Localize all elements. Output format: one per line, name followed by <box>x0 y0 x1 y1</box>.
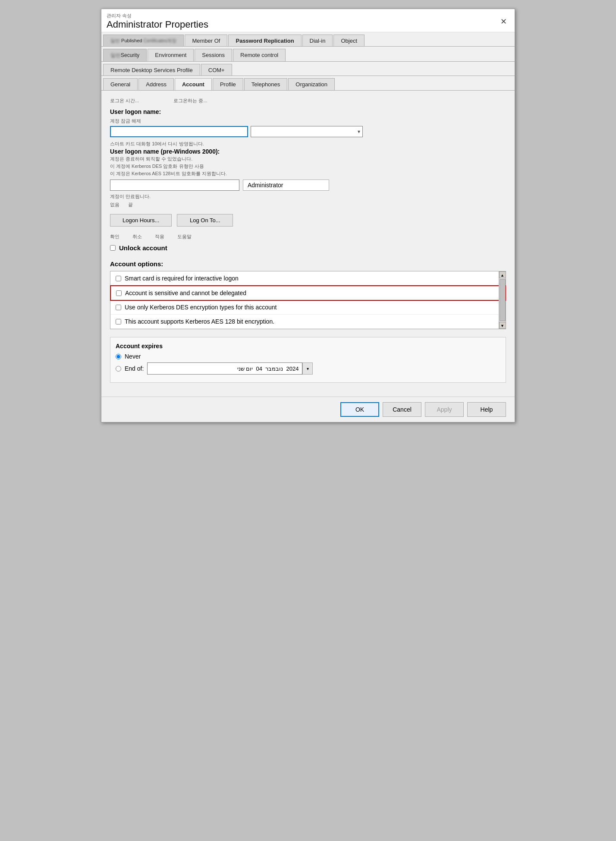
account-options-box: Smart card is required for interactive l… <box>110 271 506 329</box>
option-kerberos-des: Use only Kerberos DES encryption types f… <box>110 300 506 315</box>
domain-select[interactable] <box>251 126 363 137</box>
scroll-thumb[interactable] <box>500 279 506 321</box>
tab-row-rdp: Remote Desktop Services Profile COM+ <box>101 62 515 76</box>
option-kerberos-aes-label: This account supports Kerberos AES 128 b… <box>125 318 274 325</box>
date-input[interactable] <box>147 362 302 375</box>
administrator-properties-dialog: 관리자 속성 Administrator Properties ✕ 일반 Pub… <box>101 9 515 422</box>
option-smart-card: Smart card is required for interactive l… <box>110 271 506 286</box>
logon-buttons-row: Logon Hours... Log On To... <box>110 214 506 227</box>
user-logon-name-label: User logon name: <box>110 108 506 115</box>
scroll-down-button[interactable]: ▼ <box>499 322 506 329</box>
close-button[interactable]: ✕ <box>498 16 509 27</box>
expire-hint: 계정이 만료됩니다. <box>110 193 506 200</box>
pre2000-input-row: Administrator <box>110 180 506 191</box>
unlock-section: 확인 취소 적용 도움말 Unlock account <box>110 233 506 252</box>
logon-on-hint: 로그온하는 중... <box>173 98 207 104</box>
tab-object[interactable]: Object <box>333 35 365 47</box>
logon-name-input[interactable] <box>110 126 248 137</box>
tab-general[interactable]: General <box>103 78 138 91</box>
end-hint: 끝 <box>128 202 133 208</box>
ok-button[interactable]: OK <box>340 402 379 417</box>
end-of-label: End of: <box>125 365 144 372</box>
tab-row-main: General Address Account Profile Telephon… <box>101 76 515 91</box>
dialog-title: Administrator Properties <box>107 19 208 30</box>
option-kerberos-aes: This account supports Kerberos AES 128 b… <box>110 315 506 329</box>
log-on-to-button[interactable]: Log On To... <box>177 214 233 227</box>
unlock-account-checkbox[interactable] <box>110 245 116 251</box>
tab-profile[interactable]: Profile <box>213 78 243 91</box>
unlock-row: Unlock account <box>110 244 506 252</box>
none-end-hints: 없음 끝 <box>110 202 506 208</box>
tab-security[interactable]: 일반Security <box>103 49 147 62</box>
tab-rows: 일반 Published Certificates계정 Member Of Pa… <box>101 32 515 91</box>
expires-title: Account expires <box>116 343 500 350</box>
option-sensitive-label: Account is sensitive and cannot be deleg… <box>125 290 246 296</box>
apply-hint: 적용 <box>155 233 164 240</box>
pre2000-section: User logon name (pre-Windows 2000): 계정은 … <box>110 148 506 177</box>
never-radio[interactable] <box>116 354 121 359</box>
option-smart-card-checkbox[interactable] <box>116 276 121 281</box>
tab-organization[interactable]: Organization <box>288 78 335 91</box>
scroll-up-button[interactable]: ▲ <box>499 271 506 278</box>
action-hints: 확인 취소 적용 도움말 <box>110 233 506 240</box>
tab-published-certificates[interactable]: 일반 Published Certificates계정 <box>103 35 184 47</box>
option-smart-card-label: Smart card is required for interactive l… <box>125 275 239 282</box>
tab-sessions[interactable]: Sessions <box>195 49 232 62</box>
korean-hints: 로그온 시간... 로그온하는 중... <box>110 98 506 104</box>
help-button[interactable]: Help <box>467 402 506 417</box>
tab-dial-in[interactable]: Dial-in <box>302 35 333 47</box>
date-dropdown-button[interactable]: ▾ <box>302 362 313 375</box>
account-options-title: Account options: <box>110 260 506 268</box>
never-label: Never <box>125 353 141 360</box>
account-lock-hint: 계정 잠금 해제 <box>110 118 506 124</box>
apply-button: Apply <box>425 402 464 417</box>
unlock-account-label: Unlock account <box>119 244 167 252</box>
tab-account[interactable]: Account <box>175 78 212 91</box>
option-sensitive: Account is sensitive and cannot be deleg… <box>110 285 506 301</box>
option-kerberos-des-checkbox[interactable] <box>116 305 121 310</box>
confirm-hint: 확인 <box>110 233 119 240</box>
pre2000-input[interactable] <box>110 180 239 191</box>
logon-time-hint: 로그온 시간... <box>110 98 139 104</box>
title-bar-left: 관리자 속성 Administrator Properties <box>107 13 208 30</box>
logon-hours-button[interactable]: Logon Hours... <box>110 214 172 227</box>
content-area: 로그온 시간... 로그온하는 중... User logon name: 계정… <box>101 91 515 397</box>
bottom-bar: OK Cancel Apply Help <box>101 397 515 422</box>
tab-environment[interactable]: Environment <box>148 49 194 62</box>
tab-rdp-profile[interactable]: Remote Desktop Services Profile <box>103 64 200 76</box>
option-kerberos-aes-checkbox[interactable] <box>116 319 121 324</box>
smart-card-hint: 스마트 카드 대화형 10에서 다시 방영됩니다. <box>110 141 506 147</box>
tab-remote-control[interactable]: Remote control <box>233 49 286 62</box>
tab-telephones[interactable]: Telephones <box>244 78 288 91</box>
pre2000-label: User logon name (pre-Windows 2000): <box>110 148 506 155</box>
logon-name-row <box>110 126 506 137</box>
scrollbar-track[interactable]: ▲ ▼ <box>499 271 506 329</box>
pre2000-value: Administrator <box>243 180 329 191</box>
kerberos-aes-hint: 이 계정은 Kerberos AES 128비트 암호화를 지원합니다. <box>110 170 506 177</box>
tab-row-security: 일반Security Environment Sessions Remote c… <box>101 47 515 62</box>
account-expires-section: Account expires Never End of: ▾ <box>110 337 506 383</box>
domain-select-wrapper <box>251 126 363 137</box>
none-hint: 없음 <box>110 202 119 208</box>
cancel-button[interactable]: Cancel <box>383 402 421 417</box>
cancel-hint: 취소 <box>132 233 142 240</box>
end-of-radio[interactable] <box>116 366 121 372</box>
pre2000-korean: 계정은 종료하며 퇴직할 수 있었습니다. <box>110 156 506 162</box>
tab-com-plus[interactable]: COM+ <box>201 64 232 76</box>
kerberos-des-hint: 이 계정에 Kerberos DES 암호화 유형만 사용 <box>110 163 506 170</box>
title-bar: 관리자 속성 Administrator Properties ✕ <box>101 9 515 32</box>
tab-member-of[interactable]: Member Of <box>185 35 227 47</box>
tab-address[interactable]: Address <box>138 78 174 91</box>
date-picker-row: ▾ <box>147 362 313 375</box>
tab-row-top: 일반 Published Certificates계정 Member Of Pa… <box>101 32 515 47</box>
dialog-small-title: 관리자 속성 <box>107 13 208 19</box>
tab-password-replication[interactable]: Password Replication <box>228 35 301 47</box>
help-hint: 도움말 <box>177 233 192 240</box>
option-kerberos-des-label: Use only Kerberos DES encryption types f… <box>125 304 277 311</box>
end-of-radio-row: End of: ▾ <box>116 362 500 375</box>
never-radio-row: Never <box>116 353 500 360</box>
option-sensitive-checkbox[interactable] <box>116 290 122 296</box>
